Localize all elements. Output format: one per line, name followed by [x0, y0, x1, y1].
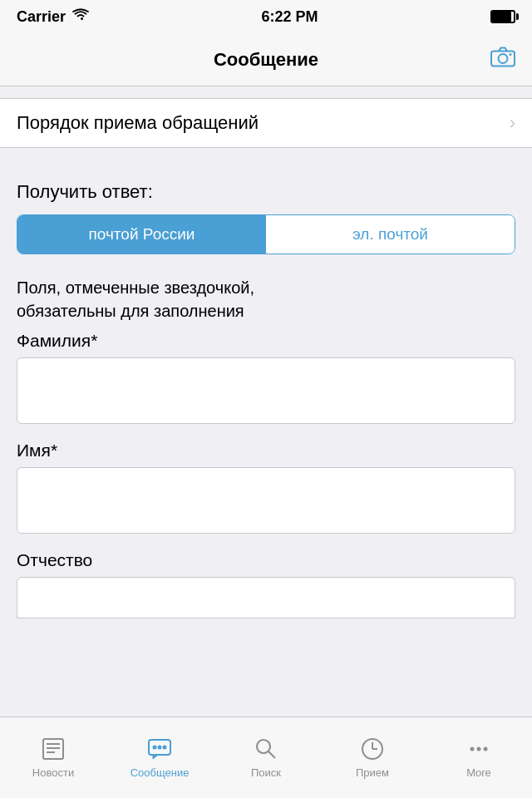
firstname-label: Имя* — [17, 441, 515, 461]
wifi-icon — [72, 8, 89, 26]
patronymic-input-partial[interactable] — [17, 577, 515, 618]
tab-message[interactable]: Сообщение — [106, 728, 213, 779]
battery-fill — [492, 12, 511, 22]
svg-point-17 — [477, 747, 481, 751]
carrier-wifi: Carrier — [17, 8, 89, 26]
chevron-right-icon: › — [510, 112, 515, 134]
tab-message-label: Сообщение — [131, 766, 190, 779]
delivery-method-control[interactable]: почтой России эл. почтой — [17, 214, 515, 254]
tab-news-label: Новости — [32, 766, 74, 779]
battery-icon — [490, 10, 515, 23]
tab-search[interactable]: Поиск — [213, 728, 319, 779]
firstname-input[interactable] — [17, 467, 515, 534]
surname-label: Фамилия* — [17, 331, 515, 351]
get-answer-label: Получить ответ: — [17, 181, 515, 203]
tab-priom-label: Прием — [356, 766, 389, 779]
svg-point-1 — [499, 54, 508, 63]
tab-priom[interactable]: Прием — [319, 728, 426, 779]
form-section: Получить ответ: почтой России эл. почтой… — [0, 148, 532, 618]
tab-search-label: Поиск — [251, 766, 281, 779]
info-text: Поля, отмеченные звездочкой, обязательны… — [17, 276, 515, 323]
news-icon — [39, 735, 67, 763]
svg-point-8 — [154, 746, 156, 749]
order-label: Порядок приема обращений — [17, 112, 259, 134]
surname-input[interactable] — [17, 357, 515, 424]
status-bar: Carrier 6:22 PM — [0, 0, 532, 33]
camera-button[interactable] — [490, 46, 515, 73]
nav-title: Сообщение — [214, 49, 318, 71]
carrier-label: Carrier — [17, 8, 66, 26]
firstname-field-group: Имя* — [17, 441, 515, 534]
battery-indicator — [490, 10, 515, 23]
surname-field-group: Фамилия* — [17, 331, 515, 424]
svg-point-11 — [257, 740, 270, 753]
tab-news[interactable]: Новости — [0, 728, 106, 779]
more-icon — [465, 735, 493, 763]
email-button[interactable]: эл. почтой — [266, 215, 515, 254]
patronymic-label: Отчество — [17, 550, 515, 570]
status-time: 6:22 PM — [262, 8, 318, 26]
tab-bar: Новости Сообщение Поиск — [0, 717, 532, 798]
svg-point-16 — [470, 747, 475, 751]
svg-point-10 — [164, 746, 166, 749]
tab-more[interactable]: More — [426, 728, 532, 779]
clock-icon — [358, 735, 387, 763]
svg-point-18 — [484, 747, 488, 751]
order-section[interactable]: Порядок приема обращений › — [0, 98, 532, 148]
postal-russia-button[interactable]: почтой России — [17, 215, 266, 254]
svg-line-12 — [268, 751, 275, 758]
tab-more-label: More — [466, 766, 491, 779]
svg-point-2 — [510, 53, 512, 56]
main-content: Порядок приема обращений › Получить отве… — [0, 86, 532, 717]
patronymic-field-group: Отчество — [17, 550, 515, 618]
svg-point-9 — [159, 746, 161, 749]
navigation-bar: Сообщение — [0, 33, 532, 86]
message-icon — [145, 735, 174, 763]
search-icon — [252, 735, 280, 763]
